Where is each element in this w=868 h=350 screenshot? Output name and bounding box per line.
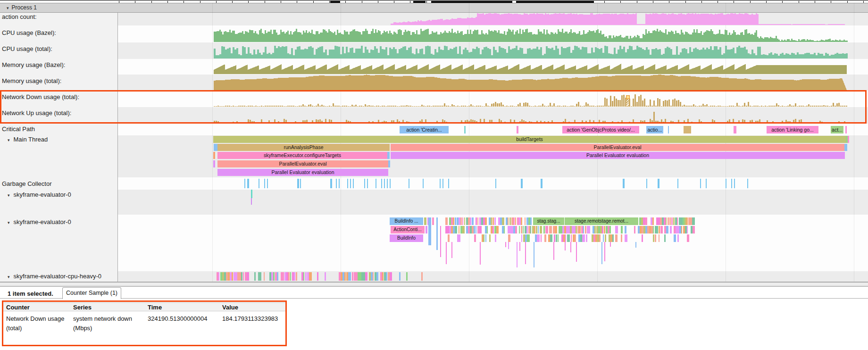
thread-span[interactable] bbox=[254, 272, 256, 281]
thread-span[interactable] bbox=[545, 226, 548, 233]
thread-span[interactable] bbox=[586, 234, 587, 242]
gc-event-tick[interactable] bbox=[247, 179, 249, 188]
thread-span[interactable] bbox=[421, 272, 423, 281]
thread-span[interactable] bbox=[309, 272, 312, 281]
thread-span[interactable] bbox=[459, 226, 459, 233]
thread-span[interactable] bbox=[538, 226, 539, 233]
thread-span[interactable] bbox=[474, 226, 475, 233]
gc-event-tick[interactable] bbox=[367, 179, 368, 188]
thread-span[interactable] bbox=[476, 217, 477, 225]
thread-span[interactable] bbox=[526, 226, 528, 233]
critical-path-span[interactable] bbox=[734, 126, 736, 133]
gc-event-tick[interactable] bbox=[442, 179, 443, 188]
thread-span[interactable] bbox=[247, 272, 249, 281]
gc-event-tick[interactable] bbox=[350, 179, 351, 188]
critical-path-span[interactable] bbox=[464, 126, 466, 133]
gc-event-tick[interactable] bbox=[390, 179, 391, 188]
thread-span[interactable] bbox=[426, 226, 427, 233]
thread-span[interactable] bbox=[485, 234, 486, 242]
thread-span[interactable] bbox=[386, 272, 387, 281]
gc-event-tick[interactable] bbox=[440, 179, 441, 188]
sidebar-item-mem_total[interactable]: Memory usage (total): bbox=[2, 77, 61, 84]
collapse-triangle-icon[interactable]: ▾ bbox=[8, 220, 10, 225]
thread-span[interactable] bbox=[668, 217, 669, 225]
gc-event-tick[interactable] bbox=[336, 179, 337, 188]
sidebar-item-sky1[interactable]: ▾skyframe-evaluator-0 bbox=[8, 191, 71, 198]
thread-span[interactable] bbox=[491, 217, 492, 225]
thread-span[interactable]: ActionConti... bbox=[391, 226, 425, 233]
thread-span[interactable] bbox=[692, 217, 695, 225]
thread-span[interactable]: Parallel Evaluator evaluation bbox=[391, 152, 845, 159]
thread-span[interactable] bbox=[251, 198, 252, 205]
thread-span[interactable] bbox=[496, 226, 499, 233]
thread-span[interactable] bbox=[635, 242, 636, 248]
thread-span[interactable] bbox=[673, 217, 675, 225]
collapse-triangle-icon[interactable]: ▾ bbox=[8, 138, 10, 142]
thread-span[interactable]: stage.remotstage.remot... bbox=[565, 217, 638, 225]
thread-span[interactable] bbox=[294, 272, 295, 281]
thread-span[interactable] bbox=[655, 234, 656, 242]
thread-span[interactable] bbox=[543, 226, 545, 233]
sidebar-item-main_thread[interactable]: ▾Main Thread bbox=[8, 136, 48, 143]
thread-span[interactable] bbox=[445, 217, 448, 225]
gc-event-tick[interactable] bbox=[521, 179, 523, 188]
thread-span[interactable] bbox=[243, 272, 244, 281]
thread-span[interactable] bbox=[615, 226, 618, 233]
gc-event-tick[interactable] bbox=[244, 179, 245, 188]
thread-span[interactable] bbox=[570, 242, 571, 252]
gc-event-tick[interactable] bbox=[353, 179, 354, 188]
thread-span[interactable]: ParallelEvaluator.eval bbox=[391, 144, 844, 151]
thread-span[interactable] bbox=[589, 226, 590, 233]
thread-span[interactable] bbox=[602, 226, 603, 233]
thread-span[interactable] bbox=[288, 272, 290, 281]
thread-span[interactable] bbox=[277, 272, 278, 281]
gc-event-tick[interactable] bbox=[264, 179, 265, 188]
thread-span[interactable] bbox=[571, 234, 572, 242]
critical-path-span[interactable] bbox=[684, 126, 691, 133]
thread-span[interactable] bbox=[476, 226, 476, 233]
thread-span[interactable] bbox=[642, 234, 643, 242]
thread-span[interactable] bbox=[527, 234, 530, 242]
thread-span[interactable] bbox=[290, 272, 291, 281]
critical-path-span[interactable]: actio... bbox=[646, 126, 663, 133]
thread-span[interactable] bbox=[605, 234, 606, 242]
gc-event-tick[interactable] bbox=[339, 179, 340, 188]
thread-span[interactable] bbox=[674, 234, 676, 242]
gc-event-tick[interactable] bbox=[734, 179, 735, 188]
thread-span[interactable] bbox=[459, 234, 460, 242]
gc-event-tick[interactable] bbox=[677, 179, 678, 188]
thread-span[interactable] bbox=[388, 160, 390, 167]
thread-span[interactable] bbox=[462, 226, 465, 233]
thread-span[interactable] bbox=[517, 242, 517, 267]
thread-span[interactable] bbox=[664, 234, 666, 242]
gc-event-tick[interactable] bbox=[300, 179, 301, 188]
selected-sample-marker[interactable] bbox=[626, 95, 630, 99]
cell-time[interactable]: 324190.51300000004 bbox=[148, 314, 218, 324]
thread-span[interactable] bbox=[550, 234, 552, 242]
thread-span[interactable] bbox=[544, 234, 546, 242]
thread-span[interactable] bbox=[625, 234, 627, 242]
gc-event-tick[interactable] bbox=[623, 179, 625, 188]
thread-span[interactable] bbox=[653, 234, 654, 242]
thread-span[interactable] bbox=[541, 234, 542, 242]
thread-span[interactable] bbox=[669, 217, 671, 225]
gc-event-tick[interactable] bbox=[387, 179, 388, 188]
gc-event-tick[interactable] bbox=[381, 179, 382, 188]
track-row[interactable] bbox=[118, 190, 868, 215]
thread-span[interactable] bbox=[515, 226, 517, 233]
thread-span[interactable] bbox=[513, 217, 515, 225]
gc-event-tick[interactable] bbox=[297, 179, 299, 188]
thread-span[interactable] bbox=[305, 272, 307, 281]
critical-path-span[interactable]: action 'Linking go... bbox=[767, 126, 818, 133]
thread-span[interactable] bbox=[521, 226, 522, 233]
thread-span[interactable] bbox=[487, 226, 488, 233]
critical-path-span[interactable] bbox=[517, 126, 518, 133]
thread-span[interactable] bbox=[523, 226, 524, 233]
thread-span[interactable] bbox=[558, 234, 559, 242]
thread-span[interactable] bbox=[502, 217, 504, 225]
thread-span[interactable] bbox=[549, 226, 552, 233]
thread-span[interactable] bbox=[453, 217, 454, 225]
thread-span[interactable] bbox=[479, 226, 482, 233]
gc-event-tick[interactable] bbox=[364, 179, 365, 188]
critical-path-span[interactable] bbox=[668, 126, 669, 133]
